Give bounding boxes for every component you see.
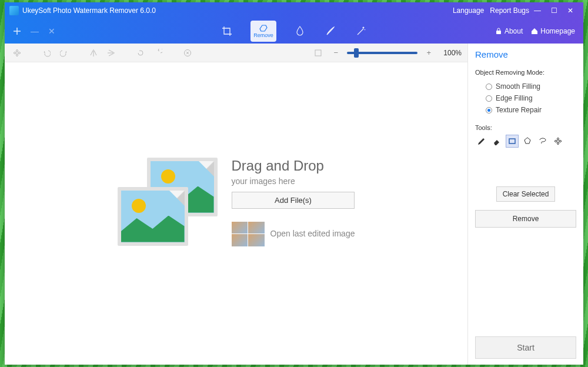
move-tool-icon[interactable]: [552, 135, 564, 148]
lock-icon: [495, 28, 502, 35]
svg-rect-2: [315, 50, 321, 56]
drop-heading: Drag and Drop: [232, 158, 355, 174]
tab-close-icon[interactable]: ✕: [48, 26, 55, 36]
rotate-ccw-icon[interactable]: [134, 46, 147, 59]
move-icon[interactable]: [11, 46, 24, 59]
zoom-slider[interactable]: [347, 52, 417, 54]
open-last-edited[interactable]: Open last edited image: [232, 222, 355, 246]
maximize-button[interactable]: ☐: [546, 6, 562, 15]
mode-label: Object Removing Mode:: [475, 69, 576, 76]
mode-smooth-label: Smooth Filling: [496, 82, 540, 91]
add-tab-button[interactable]: [13, 27, 21, 35]
polygon-tool-icon[interactable]: [521, 135, 534, 148]
delete-icon[interactable]: [181, 46, 194, 59]
home-icon: [531, 28, 538, 35]
zoom-value: 100%: [443, 49, 462, 57]
app-window: UkeySoft Photo Watermark Remover 6.0.0 L…: [5, 2, 583, 365]
app-title: UkeySoft Photo Watermark Remover 6.0.0: [22, 6, 156, 15]
lasso-tool-icon[interactable]: [536, 135, 549, 148]
clear-selected-button[interactable]: Clear Selected: [496, 186, 555, 202]
flip-v-icon[interactable]: [105, 46, 118, 59]
drop-subheading: your images here: [232, 176, 355, 186]
remove-tool-label: Remove: [253, 32, 273, 38]
mode-texture-repair[interactable]: Texture Repair: [486, 106, 576, 114]
flip-h-icon[interactable]: [87, 46, 100, 59]
about-link[interactable]: About: [495, 27, 523, 35]
remove-tool-button[interactable]: Remove: [250, 21, 276, 42]
svg-rect-3: [509, 139, 515, 144]
homepage-label: Homepage: [540, 27, 575, 35]
close-button[interactable]: ✕: [562, 6, 579, 15]
tools-row: [475, 135, 576, 148]
drop-zone: Drag and Drop your images here Add File(…: [118, 158, 355, 246]
canvas-area[interactable]: Drag and Drop your images here Add File(…: [5, 62, 467, 365]
rect-select-tool-icon[interactable]: [506, 135, 519, 148]
language-link[interactable]: Language: [453, 6, 484, 15]
start-button[interactable]: Start: [475, 336, 576, 359]
tab-min-icon[interactable]: —: [31, 26, 39, 36]
undo-icon[interactable]: [40, 46, 53, 59]
redo-icon[interactable]: [58, 46, 71, 59]
body-area: − + 100% Drag and Drop your images here …: [5, 44, 583, 365]
canvas-column: − + 100% Drag and Drop your images here …: [5, 44, 468, 365]
app-icon: [9, 6, 19, 15]
zoom-out-icon[interactable]: −: [329, 46, 342, 59]
brush-icon[interactable]: [323, 24, 338, 38]
zoom-slider-thumb[interactable]: [354, 48, 359, 58]
homepage-link[interactable]: Homepage: [531, 27, 575, 35]
canvas-toolbar: − + 100%: [5, 44, 467, 62]
crop-tool-icon[interactable]: [220, 24, 234, 38]
eraser-icon: [259, 24, 268, 32]
fit-icon[interactable]: [312, 46, 325, 59]
main-toolbar: — ✕ Remove About Homepage: [5, 19, 583, 44]
minimize-button[interactable]: —: [529, 6, 546, 15]
water-drop-icon[interactable]: [293, 24, 307, 38]
brush-tool-icon[interactable]: [475, 135, 488, 148]
report-bugs-link[interactable]: Report Bugs: [490, 6, 529, 15]
mode-texture-label: Texture Repair: [496, 106, 542, 114]
titlebar: UkeySoft Photo Watermark Remover 6.0.0 L…: [5, 2, 583, 19]
mode-edge-filling[interactable]: Edge Filling: [486, 94, 576, 102]
placeholder-image-icon: [118, 158, 218, 246]
svg-rect-0: [496, 31, 501, 34]
last-edited-thumb-icon: [232, 222, 265, 246]
magic-wand-icon[interactable]: [354, 24, 368, 38]
remove-button[interactable]: Remove: [475, 210, 576, 228]
eraser-tool-icon[interactable]: [490, 135, 503, 148]
side-panel: Remove Object Removing Mode: Smooth Fill…: [468, 44, 583, 365]
mode-smooth-filling[interactable]: Smooth Filling: [486, 82, 576, 91]
mode-edge-label: Edge Filling: [496, 94, 533, 102]
zoom-in-icon[interactable]: +: [422, 46, 435, 59]
open-last-label: Open last edited image: [270, 229, 355, 239]
side-panel-title: Remove: [475, 49, 576, 59]
add-files-button[interactable]: Add File(s): [232, 192, 355, 209]
tools-label: Tools:: [475, 124, 576, 131]
rotate-cw-icon[interactable]: [152, 46, 165, 59]
about-label: About: [505, 27, 523, 35]
